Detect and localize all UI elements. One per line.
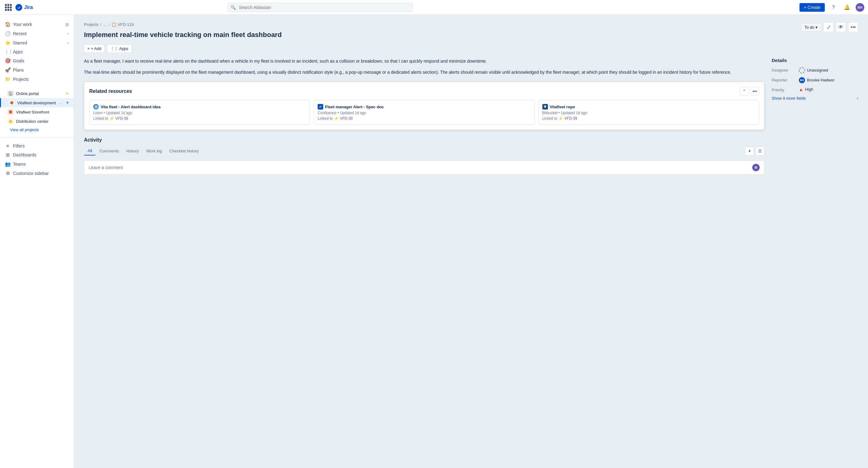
rr-card-3-title: Vitafleet repo <box>550 105 575 109</box>
project-label-storefront: Vitafleet Storefront <box>16 110 69 114</box>
rr-card-1-meta: Loom • Updated 1d ago <box>93 111 306 115</box>
comment-box[interactable]: Leave a comment M <box>84 160 764 175</box>
tab-all[interactable]: All <box>84 146 96 156</box>
plans-icon: 🚀 <box>5 67 10 73</box>
activity-section: Activity All Comments History Work log C… <box>84 137 764 175</box>
reporter-value[interactable]: BH Brooke Hadwor <box>799 77 858 83</box>
sidebar-item-starred[interactable]: ⭐ Starred › <box>0 38 74 47</box>
project-item-vitafleet-dev[interactable]: Vitafleet development ... + <box>0 98 74 107</box>
sidebar-label-plans: Plans <box>13 68 69 72</box>
sidebar-item-filters[interactable]: ≡ Filters <box>0 141 74 150</box>
show-more-fields[interactable]: Show 8 more fields › <box>772 96 858 101</box>
priority-value[interactable]: ▲ High <box>799 87 858 92</box>
issue-actions: + + Add ⋮⋮ Apps <box>84 44 858 53</box>
comment-avatar: M <box>752 164 760 171</box>
sidebar-item-plans[interactable]: 🚀 Plans <box>0 65 74 75</box>
main-content: Projects / ... / 📋 VFD-119 To do ▾ ⤢ 👁 •… <box>74 15 868 468</box>
search-bar[interactable]: 🔍 <box>227 3 413 12</box>
sidebar-label-starred: Starred <box>13 40 65 45</box>
tab-history[interactable]: History <box>123 147 142 155</box>
sidebar-divider <box>0 137 74 138</box>
rr-card-fleet-manager[interactable]: Fleet manager Alert - Spec doc Confluenc… <box>314 100 534 125</box>
apps-button[interactable]: ⋮⋮ Apps <box>107 44 132 53</box>
add-project-button[interactable]: + <box>66 100 69 105</box>
create-button[interactable]: + Create <box>800 3 825 12</box>
activity-list-icon[interactable]: ☰ <box>756 147 764 156</box>
sidebar-label-recent: Recent <box>13 31 65 36</box>
search-input[interactable] <box>227 3 413 12</box>
apps-grid-icon: ⋮⋮ <box>111 46 118 51</box>
sidebar-projects: 🏠 Online portal ★ Vitafleet development … <box>0 87 74 136</box>
sidebar-item-goals[interactable]: 🎯 Goals <box>0 56 74 65</box>
sidebar-main-nav: 🏠 Your work ⊟ 🕐 Recent › ⭐ Starred › ⋮⋮ … <box>0 17 74 87</box>
sidebar-label-apps: Apps <box>13 49 69 54</box>
help-icon[interactable]: ? <box>829 2 838 12</box>
avatar[interactable]: BH <box>856 3 864 12</box>
reporter-label: Reporter <box>772 77 796 82</box>
notifications-icon[interactable]: 🔔 <box>842 2 852 12</box>
sidebar-item-your-work[interactable]: 🏠 Your work ⊟ <box>0 20 74 29</box>
activity-sparkle-icon[interactable]: ✦ <box>745 147 754 156</box>
rr-card-1-link[interactable]: Linked to ⚡ VFD-39 <box>93 116 306 121</box>
status-chevron-icon: ▾ <box>815 25 818 30</box>
issue-title: Implement real-time vehicle tracking on … <box>84 31 858 39</box>
add-button[interactable]: + + Add <box>84 44 105 53</box>
sidebar-item-projects[interactable]: 📁 Projects <box>0 75 74 84</box>
project-label-distribution: Distribution center <box>16 119 69 124</box>
tab-work-log[interactable]: Work log <box>143 147 166 155</box>
apps-icon: ⋮⋮ <box>5 50 10 54</box>
sidebar-item-customize[interactable]: ⚙ Customize sidebar <box>0 169 74 178</box>
description-para-2: The real-time alerts should be prominent… <box>84 69 764 75</box>
projects-icon: 📁 <box>5 76 10 82</box>
eye-icon[interactable]: 👁 <box>836 22 846 32</box>
sidebar-item-apps[interactable]: ⋮⋮ Apps <box>0 47 74 56</box>
status-button[interactable]: To do ▾ <box>801 23 821 31</box>
rr-card-2-link[interactable]: Linked to ⚡ VFD-39 <box>318 116 530 121</box>
sidebar-toggle-icon: ⊟ <box>65 22 69 27</box>
rr-card-1-title: Vita fleet - Alert dashboard idea <box>101 105 160 109</box>
project-item-vitafleet-storefront[interactable]: Vitafleet Storefront <box>0 107 74 116</box>
sidebar-bottom-nav: ≡ Filters ⊞ Dashboards 👥 Teams ⚙ Customi… <box>0 139 74 180</box>
sidebar-label-projects: Projects <box>13 77 69 82</box>
tab-comments[interactable]: Comments <box>96 147 123 155</box>
confluence-icon <box>318 104 323 109</box>
breadcrumb-ticket-id: VFD-119 <box>118 22 134 27</box>
show-more-label: Show 8 more fields <box>772 96 806 101</box>
description-para-1: As a fleet manager, I want to receive re… <box>84 58 764 65</box>
add-label: + Add <box>91 46 101 51</box>
teams-icon: 👥 <box>5 161 10 167</box>
vitafleet-dev-dots[interactable]: ... <box>59 101 62 105</box>
rr-card-vitafleet-repo[interactable]: Vitafleet repo Bitbucket • Updated 1d ag… <box>538 100 759 125</box>
reporter-avatar: BH <box>799 77 805 83</box>
rr-card-3-link[interactable]: Linked to ⚡ VFD-39 <box>542 116 755 121</box>
project-item-distribution-center[interactable]: Distribution center <box>0 116 74 126</box>
sidebar-item-recent[interactable]: 🕐 Recent › <box>0 29 74 38</box>
sidebar-label-customize: Customize sidebar <box>13 171 69 176</box>
nav-right-actions: + Create ? 🔔 BH <box>800 2 864 12</box>
priority-text: High <box>805 87 813 92</box>
rr-card-vita-fleet[interactable]: Vita fleet - Alert dashboard idea Loom •… <box>89 100 310 125</box>
tab-checklist-history[interactable]: Checklist history <box>166 147 203 155</box>
search-icon: 🔍 <box>230 5 236 10</box>
rr-card-2-title-row: Fleet manager Alert - Spec doc <box>318 104 530 109</box>
view-all-projects[interactable]: View all projects <box>0 126 74 134</box>
issue-description: As a fleet manager, I want to receive re… <box>84 58 764 76</box>
assignee-value[interactable]: Unassigned <box>799 67 858 73</box>
recent-arrow-icon: › <box>68 31 69 36</box>
sidebar-label-dashboards: Dashboards <box>13 153 69 157</box>
issue-details-sidebar: Details Assignee Unassigned Reporter BH <box>772 58 858 175</box>
breadcrumb-projects[interactable]: Projects <box>84 22 98 27</box>
more-options-icon[interactable]: ••• <box>848 22 858 32</box>
jira-logo[interactable]: Jira <box>16 4 33 11</box>
breadcrumb-ellipsis[interactable]: ... <box>103 22 107 27</box>
grid-menu-icon[interactable] <box>4 3 13 12</box>
sidebar-label-your-work: Your work <box>13 22 63 27</box>
collapse-button[interactable]: ⌃ <box>740 87 748 96</box>
expand-icon[interactable]: ⤢ <box>824 22 833 32</box>
related-resources-more-button[interactable]: ••• <box>750 87 759 96</box>
sidebar-item-teams[interactable]: 👥 Teams <box>0 160 74 169</box>
project-item-online-portal[interactable]: 🏠 Online portal ★ <box>0 89 74 98</box>
sidebar-item-dashboards[interactable]: ⊞ Dashboards <box>0 150 74 160</box>
related-resources-header: Related resources ⌃ ••• <box>89 87 759 96</box>
breadcrumb-ticket[interactable]: 📋 VFD-119 <box>112 22 134 27</box>
